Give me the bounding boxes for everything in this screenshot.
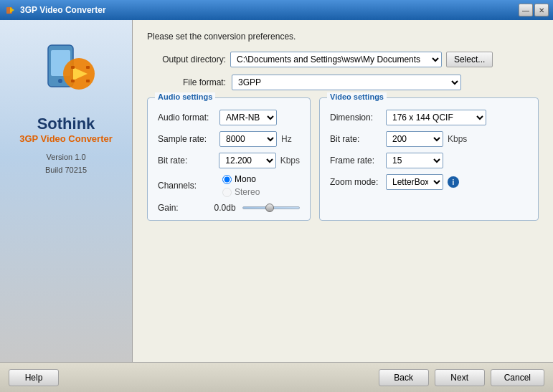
gain-slider-thumb[interactable] — [265, 204, 274, 212]
sample-rate-row: Sample rate: 8000 Hz — [158, 131, 300, 147]
mono-label: Mono — [235, 174, 256, 184]
stereo-radio[interactable] — [222, 188, 232, 197]
window-title: 3GP Video Converter — [20, 5, 106, 15]
svg-point-4 — [58, 79, 62, 83]
audio-bit-rate-select[interactable]: 12.200 — [219, 153, 275, 168]
frame-rate-select[interactable]: 15 — [386, 153, 443, 168]
instruction-text: Please set the conversion preferences. — [147, 32, 539, 42]
zoom-mode-select[interactable]: LetterBox — [386, 174, 443, 190]
next-button[interactable]: Next — [435, 369, 485, 386]
gain-label: Gain: — [158, 203, 209, 213]
video-bit-rate-unit: Kbps — [448, 134, 467, 144]
stereo-radio-row: Stereo — [222, 187, 260, 197]
bottom-right: Back Next Cancel — [379, 369, 544, 386]
dimension-label: Dimension: — [330, 113, 382, 123]
file-format-row: File format: 3GPP — [147, 75, 539, 90]
window-controls: — ✕ — [519, 4, 549, 16]
svg-rect-7 — [71, 66, 75, 69]
sample-rate-unit: Hz — [281, 134, 292, 144]
video-bit-rate-row: Bit rate: 200 Kbps — [330, 131, 528, 147]
gain-value: 0.0db — [214, 203, 237, 213]
output-directory-select[interactable]: C:\Documents and Settings\wsw\My Documen… — [230, 52, 442, 67]
minimize-button[interactable]: — — [519, 4, 533, 16]
right-panel: Please set the conversion preferences. O… — [133, 20, 553, 362]
audio-bit-rate-row: Bit rate: 12.200 Kbps — [158, 153, 300, 168]
close-button[interactable]: ✕ — [534, 4, 549, 16]
version-info: Version 1.0 Build 70215 — [45, 151, 87, 176]
video-settings-box: Video settings Dimension: 176 x 144 QCIF… — [319, 97, 539, 221]
audio-format-select[interactable]: AMR-NB — [219, 110, 277, 125]
stereo-label: Stereo — [235, 187, 260, 197]
brand-subtitle: 3GP Video Converter — [19, 133, 113, 144]
audio-settings-box: Audio settings Audio format: AMR-NB Samp… — [147, 97, 311, 221]
app-logo — [30, 34, 102, 106]
output-directory-label: Output directory: — [147, 54, 226, 64]
audio-bit-rate-unit: Kbps — [280, 156, 300, 166]
video-bit-rate-select[interactable]: 200 — [386, 131, 443, 147]
dimension-row: Dimension: 176 x 144 QCIF — [330, 110, 528, 125]
svg-rect-9 — [71, 80, 75, 82]
mono-radio-row: Mono — [222, 174, 260, 184]
audio-bit-rate-label: Bit rate: — [158, 156, 214, 166]
bottom-bar: Help Back Next Cancel — [0, 362, 553, 392]
back-button[interactable]: Back — [379, 369, 429, 386]
video-settings-title: Video settings — [327, 92, 387, 101]
frame-rate-label: Frame rate: — [330, 156, 382, 166]
audio-settings-title: Audio settings — [155, 92, 215, 101]
audio-format-label: Audio format: — [158, 113, 215, 123]
svg-rect-10 — [86, 80, 90, 82]
frame-rate-row: Frame rate: 15 — [330, 153, 528, 168]
cancel-button[interactable]: Cancel — [491, 369, 544, 386]
zoom-mode-row: Zoom mode: LetterBox i — [330, 174, 528, 190]
bottom-left: Help — [9, 369, 59, 386]
video-bit-rate-label: Bit rate: — [330, 134, 382, 144]
brand-name: Sothink — [37, 115, 95, 133]
file-format-label: File format: — [147, 77, 226, 87]
settings-container: Audio settings Audio format: AMR-NB Samp… — [147, 97, 539, 221]
output-directory-row: Output directory: C:\Documents and Setti… — [147, 52, 539, 67]
audio-format-row: Audio format: AMR-NB — [158, 110, 300, 125]
sample-rate-label: Sample rate: — [158, 134, 215, 144]
app-icon — [4, 4, 16, 16]
sidebar: Sothink 3GP Video Converter Version 1.0 … — [0, 20, 133, 362]
channels-label: Channels: — [158, 181, 215, 191]
mono-radio[interactable] — [222, 175, 232, 184]
zoom-mode-label: Zoom mode: — [330, 177, 382, 187]
title-bar: 3GP Video Converter — ✕ — [0, 0, 553, 20]
zoom-mode-info-icon[interactable]: i — [448, 176, 459, 188]
dimension-select[interactable]: 176 x 144 QCIF — [386, 110, 486, 125]
help-button[interactable]: Help — [9, 369, 59, 386]
select-button[interactable]: Select... — [446, 52, 493, 67]
gain-slider-track — [242, 206, 300, 209]
svg-rect-8 — [86, 66, 90, 69]
channels-radio-group: Mono Stereo — [222, 174, 260, 197]
file-format-select[interactable]: 3GPP — [232, 75, 461, 90]
sample-rate-select[interactable]: 8000 — [219, 131, 277, 147]
channels-row: Channels: Mono Stereo — [158, 174, 300, 197]
gain-row: Gain: 0.0db — [158, 203, 300, 213]
